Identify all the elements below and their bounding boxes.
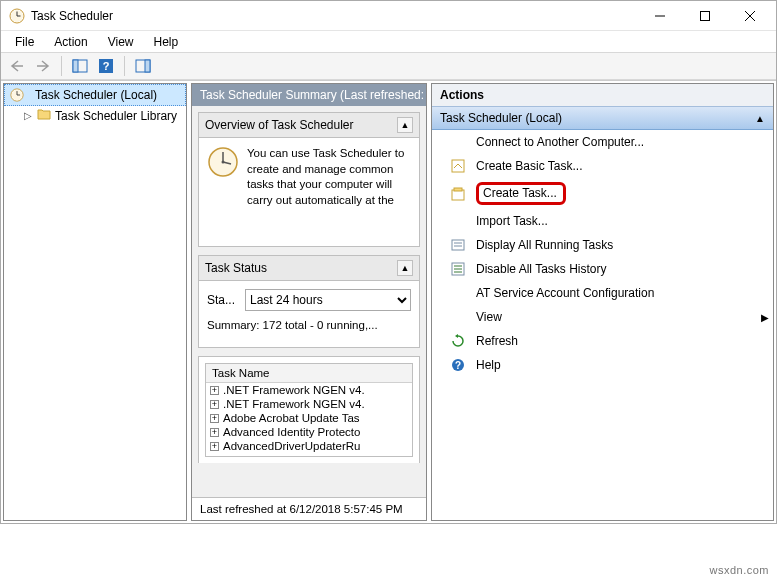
blank-icon <box>450 309 466 325</box>
wizard-icon <box>450 158 466 174</box>
action-import-task[interactable]: Import Task... <box>432 209 773 233</box>
main-area: Task Scheduler (Local) ▷ Task Scheduler … <box>1 80 776 523</box>
console-tree: Task Scheduler (Local) ▷ Task Scheduler … <box>3 83 187 521</box>
expand-icon[interactable]: + <box>210 386 219 395</box>
refresh-icon <box>450 333 466 349</box>
svg-rect-13 <box>145 60 150 72</box>
forward-button[interactable] <box>31 54 55 78</box>
overview-title: Overview of Task Scheduler <box>205 118 397 132</box>
chevron-up-icon[interactable]: ▲ <box>755 113 765 124</box>
task-list-panel: Task Name +.NET Framework NGEN v4. +.NET… <box>198 356 420 463</box>
menu-file[interactable]: File <box>5 33 44 51</box>
actions-pane: Actions Task Scheduler (Local) ▲ Connect… <box>431 83 774 521</box>
expand-icon[interactable]: + <box>210 428 219 437</box>
summary-body: Overview of Task Scheduler ▲ Y <box>192 106 426 497</box>
tree-item-label: Task Scheduler Library <box>55 109 177 123</box>
toolbar: ? <box>1 52 776 80</box>
task-row[interactable]: +.NET Framework NGEN v4. <box>206 383 412 397</box>
tree-root-label: Task Scheduler (Local) <box>35 88 157 102</box>
summary-header: Task Scheduler Summary (Last refreshed: … <box>192 84 426 106</box>
create-task-icon <box>450 186 466 202</box>
running-tasks-icon <box>450 237 466 253</box>
action-create-task[interactable]: Create Task... <box>432 178 773 209</box>
action-connect[interactable]: Connect to Another Computer... <box>432 130 773 154</box>
status-bar: Last refreshed at 6/12/2018 5:57:45 PM <box>192 497 426 520</box>
menubar: File Action View Help <box>1 31 776 52</box>
window: Task Scheduler File Action View Help ? <box>0 0 777 524</box>
svg-rect-24 <box>454 188 462 191</box>
actions-header: Actions <box>432 84 773 107</box>
highlighted-action: Create Task... <box>476 182 566 205</box>
svg-rect-25 <box>452 240 464 250</box>
menu-help[interactable]: Help <box>144 33 189 51</box>
status-summary: Summary: 172 total - 0 running,... <box>207 319 411 331</box>
svg-text:?: ? <box>103 60 110 72</box>
svg-rect-22 <box>452 160 464 172</box>
expand-icon[interactable]: ▷ <box>22 110 33 121</box>
task-status-title: Task Status <box>205 261 397 275</box>
task-row[interactable]: +Advanced Identity Protecto <box>206 425 412 439</box>
close-button[interactable] <box>727 1 772 30</box>
task-list-header[interactable]: Task Name <box>206 364 412 383</box>
expand-icon[interactable]: + <box>210 414 219 423</box>
action-help[interactable]: ? Help <box>432 353 773 377</box>
svg-rect-5 <box>700 11 709 20</box>
action-disable-history[interactable]: Disable All Tasks History <box>432 257 773 281</box>
help-button[interactable]: ? <box>94 54 118 78</box>
clock-icon <box>9 8 25 24</box>
task-row[interactable]: +.NET Framework NGEN v4. <box>206 397 412 411</box>
action-refresh[interactable]: Refresh <box>432 329 773 353</box>
help-icon: ? <box>450 357 466 373</box>
blank-icon <box>450 213 466 229</box>
show-hide-tree-button[interactable] <box>68 54 92 78</box>
overview-panel: Overview of Task Scheduler ▲ Y <box>198 112 420 247</box>
watermark: wsxdn.com <box>709 564 769 576</box>
menu-view[interactable]: View <box>98 33 144 51</box>
actions-sub-title: Task Scheduler (Local) <box>440 111 755 125</box>
blank-icon <box>450 285 466 301</box>
task-row[interactable]: +AdvancedDriverUpdaterRu <box>206 439 412 453</box>
minimize-button[interactable] <box>637 1 682 30</box>
toolbar-separator <box>124 56 125 76</box>
blank-icon <box>450 134 466 150</box>
show-hide-action-pane-button[interactable] <box>131 54 155 78</box>
toolbar-separator <box>61 56 62 76</box>
collapse-icon[interactable]: ▲ <box>397 260 413 276</box>
action-create-basic-task[interactable]: Create Basic Task... <box>432 154 773 178</box>
svg-text:?: ? <box>455 360 461 371</box>
menu-action[interactable]: Action <box>44 33 97 51</box>
titlebar: Task Scheduler <box>1 1 776 31</box>
tree-item-library[interactable]: ▷ Task Scheduler Library <box>4 106 186 125</box>
status-range-select[interactable]: Last 24 hours <box>245 289 411 311</box>
overview-text: You can use Task Scheduler to create and… <box>247 146 411 238</box>
collapse-icon[interactable]: ▲ <box>397 117 413 133</box>
task-list: Task Name +.NET Framework NGEN v4. +.NET… <box>205 363 413 457</box>
tree-root[interactable]: Task Scheduler (Local) <box>4 84 186 106</box>
task-status-panel: Task Status ▲ Sta... Last 24 hours Summa… <box>198 255 420 348</box>
svg-rect-9 <box>73 60 78 72</box>
summary-pane: Task Scheduler Summary (Last refreshed: … <box>191 83 427 521</box>
clock-large-icon <box>207 146 239 238</box>
window-title: Task Scheduler <box>31 9 637 23</box>
overview-panel-header[interactable]: Overview of Task Scheduler ▲ <box>199 113 419 138</box>
folder-icon <box>37 108 51 123</box>
actions-sub-header[interactable]: Task Scheduler (Local) ▲ <box>432 107 773 130</box>
clock-icon <box>9 87 25 103</box>
task-status-header[interactable]: Task Status ▲ <box>199 256 419 281</box>
back-button[interactable] <box>5 54 29 78</box>
chevron-right-icon: ▶ <box>761 312 769 323</box>
action-display-running[interactable]: Display All Running Tasks <box>432 233 773 257</box>
expand-icon[interactable]: + <box>210 400 219 409</box>
expand-icon[interactable]: + <box>210 442 219 451</box>
action-view[interactable]: View ▶ <box>432 305 773 329</box>
history-icon <box>450 261 466 277</box>
maximize-button[interactable] <box>682 1 727 30</box>
svg-point-21 <box>222 161 225 164</box>
status-label: Sta... <box>207 293 235 307</box>
task-row[interactable]: +Adobe Acrobat Update Tas <box>206 411 412 425</box>
action-at-service[interactable]: AT Service Account Configuration <box>432 281 773 305</box>
